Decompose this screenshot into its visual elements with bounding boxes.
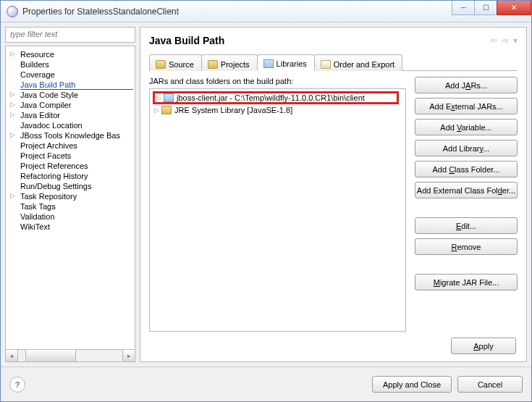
minimize-button[interactable]: ─: [452, 1, 475, 15]
libraries-label: JARs and class folders on the build path…: [149, 77, 406, 85]
expand-icon[interactable]: ▷: [154, 106, 161, 114]
button-column: Add JARs... Add External JARs... Add Var…: [415, 77, 518, 332]
tree-item[interactable]: Resource: [9, 49, 135, 59]
tab-label: Libraries: [276, 59, 307, 68]
tab-label: Source: [169, 60, 194, 69]
src-icon: [156, 60, 166, 69]
maximize-button[interactable]: ☐: [474, 1, 497, 15]
tab-libraries[interactable]: Libraries: [257, 54, 315, 71]
right-panel: Java Build Path ⇦ ⇨ ▾ SourceProjectsLibr…: [140, 27, 527, 362]
edit-button[interactable]: Edit...: [415, 217, 518, 234]
tree-item[interactable]: Java Compiler: [9, 100, 135, 110]
tree-item[interactable]: Project References: [9, 161, 135, 171]
page-header: Java Build Path ⇦ ⇨ ▾: [149, 35, 518, 46]
tree-item[interactable]: Run/Debug Settings: [9, 181, 135, 191]
tab-label: Order and Export: [334, 60, 394, 69]
dialog-window: Properties for StatelessStandaloneClient…: [0, 0, 532, 402]
apply-row: Apply: [149, 332, 518, 354]
window-controls: ─ ☐ ✕: [452, 1, 531, 22]
migrate-jar-button[interactable]: Migrate JAR File...: [415, 274, 518, 290]
filter-box[interactable]: [5, 27, 135, 43]
tab-bar: SourceProjectsLibrariesOrder and Export: [149, 54, 518, 71]
entry-label: jboss-client.jar - C:\Temp\wildfly-11.0.…: [177, 93, 365, 102]
forward-icon[interactable]: ⇨: [502, 35, 509, 46]
add-variable-button[interactable]: Add Variable...: [415, 119, 518, 135]
tab-content: JARs and class folders on the build path…: [149, 71, 518, 332]
dropdown-icon[interactable]: ▾: [513, 35, 518, 46]
prj-icon: [208, 60, 218, 69]
tree-item[interactable]: Task Tags: [9, 201, 135, 212]
remove-button[interactable]: Remove: [415, 238, 518, 255]
tab-label: Projects: [221, 60, 250, 69]
cancel-button[interactable]: Cancel: [457, 376, 523, 393]
apply-button[interactable]: Apply: [451, 338, 516, 354]
tree-item[interactable]: Java Editor: [9, 110, 135, 120]
tree-item[interactable]: Java Build Path: [9, 80, 135, 90]
tree-item[interactable]: Coverage: [9, 70, 135, 80]
scroll-thumb[interactable]: [25, 350, 76, 361]
filter-input[interactable]: [9, 29, 132, 39]
add-external-jars-button[interactable]: Add External JARs...: [415, 98, 518, 114]
apply-and-close-button[interactable]: Apply and Close: [372, 376, 452, 393]
library-entry[interactable]: ▷jboss-client.jar - C:\Temp\wildfly-11.0…: [154, 92, 401, 105]
lib-icon: [263, 59, 274, 68]
ord-icon: [321, 60, 331, 69]
libraries-area: JARs and class folders on the build path…: [149, 77, 406, 332]
scroll-left-button[interactable]: ◂: [6, 350, 18, 361]
left-panel: ResourceBuildersCoverageJava Build PathJ…: [5, 27, 135, 362]
close-button[interactable]: ✕: [497, 1, 531, 15]
nav-arrows: ⇦ ⇨ ▾: [488, 35, 518, 46]
tab-projects[interactable]: Projects: [201, 54, 258, 71]
scroll-right-button[interactable]: ▸: [122, 350, 135, 361]
page-title: Java Build Path: [149, 35, 488, 46]
expand-icon[interactable]: ▷: [156, 94, 164, 101]
tree-item[interactable]: Java Code Style: [9, 90, 135, 100]
tree-item[interactable]: Builders: [9, 59, 135, 70]
add-external-class-folder-button[interactable]: Add External Class Folder...: [415, 182, 518, 198]
tree-item[interactable]: WikiText: [9, 222, 135, 232]
jre-icon: [161, 106, 172, 114]
tree-item[interactable]: Javadoc Location: [9, 120, 135, 130]
entry-label: JRE System Library [JavaSE-1.8]: [174, 106, 292, 114]
tree-item[interactable]: Refactoring History: [9, 171, 135, 181]
window-title: Properties for StatelessStandaloneClient: [22, 7, 452, 17]
dialog-footer: ? Apply and Close Cancel: [1, 367, 531, 401]
tree-hscrollbar[interactable]: ◂ ▸: [5, 350, 135, 362]
tab-source[interactable]: Source: [149, 54, 202, 71]
tree-item[interactable]: Task Repository: [9, 191, 135, 201]
highlight-annotation: ▷jboss-client.jar - C:\Temp\wildfly-11.0…: [153, 91, 399, 104]
add-class-folder-button[interactable]: Add Class Folder...: [415, 161, 518, 177]
jar-icon: [164, 93, 174, 102]
add-jars-button[interactable]: Add JARs...: [415, 77, 518, 93]
tree-item[interactable]: Project Facets: [9, 151, 135, 161]
library-entry[interactable]: ▷JRE System Library [JavaSE-1.8]: [154, 105, 401, 115]
help-button[interactable]: ?: [9, 377, 25, 393]
tree-item[interactable]: JBoss Tools Knowledge Bas: [9, 130, 135, 141]
back-icon[interactable]: ⇦: [490, 35, 497, 46]
tree-item[interactable]: Validation: [9, 212, 135, 222]
tab-order-and-export[interactable]: Order and Export: [314, 54, 402, 71]
dialog-content: ResourceBuildersCoverageJava Build PathJ…: [1, 22, 531, 367]
add-library-button[interactable]: Add Library...: [415, 140, 518, 156]
libraries-list[interactable]: ▷jboss-client.jar - C:\Temp\wildfly-11.0…: [149, 88, 406, 332]
app-icon: [7, 6, 18, 17]
title-bar[interactable]: Properties for StatelessStandaloneClient…: [1, 1, 531, 22]
tree-item[interactable]: Project Archives: [9, 141, 135, 151]
category-tree[interactable]: ResourceBuildersCoverageJava Build PathJ…: [5, 46, 135, 350]
